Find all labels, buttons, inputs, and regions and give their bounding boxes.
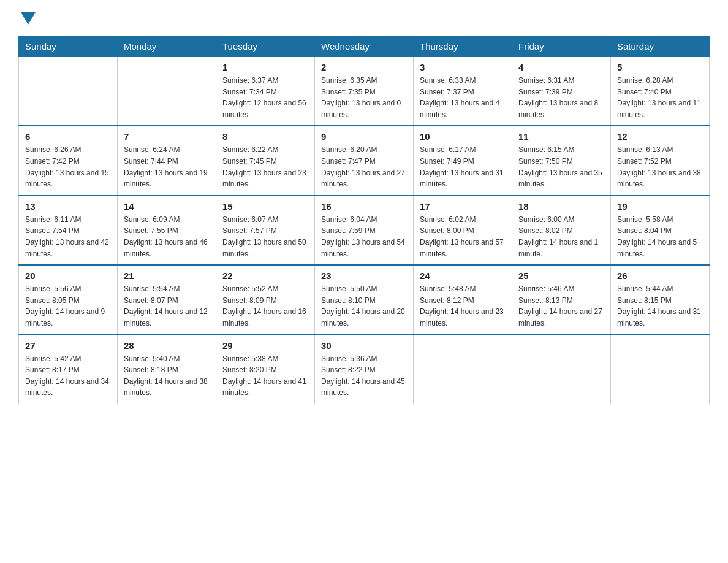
day-number: 17: [420, 201, 506, 212]
day-info: Sunrise: 5:40 AMSunset: 8:18 PMDaylight:…: [124, 353, 210, 399]
day-info: Sunrise: 5:56 AMSunset: 8:05 PMDaylight:…: [25, 283, 111, 329]
day-number: 7: [124, 131, 210, 142]
calendar-cell: 29Sunrise: 5:38 AMSunset: 8:20 PMDayligh…: [216, 335, 315, 404]
day-info: Sunrise: 6:24 AMSunset: 7:44 PMDaylight:…: [124, 144, 210, 190]
day-info: Sunrise: 6:15 AMSunset: 7:50 PMDaylight:…: [518, 144, 604, 190]
calendar-cell: 17Sunrise: 6:02 AMSunset: 8:00 PMDayligh…: [414, 196, 512, 265]
header-saturday: Saturday: [611, 36, 710, 57]
day-info: Sunrise: 6:35 AMSunset: 7:35 PMDaylight:…: [321, 75, 407, 120]
calendar-cell: 6Sunrise: 6:26 AMSunset: 7:42 PMDaylight…: [19, 126, 118, 195]
day-number: 12: [617, 131, 703, 142]
calendar-cell: [414, 335, 512, 404]
day-info: Sunrise: 6:20 AMSunset: 7:47 PMDaylight:…: [321, 144, 407, 190]
day-info: Sunrise: 5:38 AMSunset: 8:20 PMDaylight:…: [222, 353, 308, 399]
day-number: 26: [617, 270, 703, 281]
calendar-cell: 20Sunrise: 5:56 AMSunset: 8:05 PMDayligh…: [19, 265, 118, 334]
day-number: 27: [25, 340, 111, 351]
calendar-cell: 3Sunrise: 6:33 AMSunset: 7:37 PMDaylight…: [414, 57, 512, 126]
day-info: Sunrise: 6:26 AMSunset: 7:42 PMDaylight:…: [25, 144, 111, 190]
day-info: Sunrise: 5:54 AMSunset: 8:07 PMDaylight:…: [124, 283, 210, 329]
calendar-cell: [611, 335, 710, 404]
day-info: Sunrise: 5:48 AMSunset: 8:12 PMDaylight:…: [420, 283, 506, 329]
calendar-cell: [118, 57, 216, 126]
day-number: 18: [518, 201, 604, 212]
calendar-cell: 2Sunrise: 6:35 AMSunset: 7:35 PMDaylight…: [315, 57, 414, 126]
header-friday: Friday: [512, 36, 611, 57]
header-tuesday: Tuesday: [216, 36, 315, 57]
day-number: 28: [124, 340, 210, 351]
calendar-cell: 27Sunrise: 5:42 AMSunset: 8:17 PMDayligh…: [19, 335, 118, 404]
day-info: Sunrise: 6:04 AMSunset: 7:59 PMDaylight:…: [321, 214, 407, 259]
calendar-cell: 9Sunrise: 6:20 AMSunset: 7:47 PMDaylight…: [315, 126, 414, 195]
day-info: Sunrise: 6:00 AMSunset: 8:02 PMDaylight:…: [518, 214, 604, 259]
calendar-cell: 12Sunrise: 6:13 AMSunset: 7:52 PMDayligh…: [611, 126, 710, 195]
calendar-cell: 26Sunrise: 5:44 AMSunset: 8:15 PMDayligh…: [611, 265, 710, 334]
calendar-cell: 14Sunrise: 6:09 AMSunset: 7:55 PMDayligh…: [118, 196, 216, 265]
calendar-cell: 5Sunrise: 6:28 AMSunset: 7:40 PMDaylight…: [611, 57, 710, 126]
calendar-cell: 28Sunrise: 5:40 AMSunset: 8:18 PMDayligh…: [118, 335, 216, 404]
header-sunday: Sunday: [19, 36, 118, 57]
day-number: 23: [321, 270, 407, 281]
calendar-cell: 8Sunrise: 6:22 AMSunset: 7:45 PMDaylight…: [216, 126, 315, 195]
logo-text: [18, 12, 38, 25]
day-info: Sunrise: 6:28 AMSunset: 7:40 PMDaylight:…: [617, 75, 703, 120]
calendar-cell: 15Sunrise: 6:07 AMSunset: 7:57 PMDayligh…: [216, 196, 315, 265]
day-number: 6: [25, 131, 111, 142]
day-info: Sunrise: 6:11 AMSunset: 7:54 PMDaylight:…: [25, 214, 111, 259]
day-number: 14: [124, 201, 210, 212]
day-number: 4: [518, 62, 604, 72]
day-number: 10: [420, 131, 506, 142]
day-number: 5: [617, 62, 703, 72]
calendar-cell: 22Sunrise: 5:52 AMSunset: 8:09 PMDayligh…: [216, 265, 315, 334]
header-monday: Monday: [118, 36, 216, 57]
calendar-cell: 10Sunrise: 6:17 AMSunset: 7:49 PMDayligh…: [414, 126, 512, 195]
calendar-week-row: 27Sunrise: 5:42 AMSunset: 8:17 PMDayligh…: [19, 335, 710, 404]
calendar-week-row: 1Sunrise: 6:37 AMSunset: 7:34 PMDaylight…: [19, 57, 710, 126]
day-info: Sunrise: 6:07 AMSunset: 7:57 PMDaylight:…: [222, 214, 308, 259]
day-info: Sunrise: 6:33 AMSunset: 7:37 PMDaylight:…: [420, 75, 506, 120]
logo: [18, 12, 38, 25]
day-info: Sunrise: 6:22 AMSunset: 7:45 PMDaylight:…: [222, 144, 308, 190]
calendar-cell: 4Sunrise: 6:31 AMSunset: 7:39 PMDaylight…: [512, 57, 611, 126]
day-number: 15: [222, 201, 308, 212]
day-info: Sunrise: 5:42 AMSunset: 8:17 PMDaylight:…: [25, 353, 111, 399]
day-number: 1: [222, 62, 308, 72]
day-number: 3: [420, 62, 506, 72]
calendar-week-row: 20Sunrise: 5:56 AMSunset: 8:05 PMDayligh…: [19, 265, 710, 334]
day-info: Sunrise: 5:58 AMSunset: 8:04 PMDaylight:…: [617, 214, 703, 259]
day-info: Sunrise: 6:02 AMSunset: 8:00 PMDaylight:…: [420, 214, 506, 259]
day-number: 30: [321, 340, 407, 351]
calendar-cell: 13Sunrise: 6:11 AMSunset: 7:54 PMDayligh…: [19, 196, 118, 265]
calendar-cell: 11Sunrise: 6:15 AMSunset: 7:50 PMDayligh…: [512, 126, 611, 195]
calendar-cell: 18Sunrise: 6:00 AMSunset: 8:02 PMDayligh…: [512, 196, 611, 265]
day-number: 9: [321, 131, 407, 142]
header-thursday: Thursday: [414, 36, 512, 57]
day-info: Sunrise: 5:52 AMSunset: 8:09 PMDaylight:…: [222, 283, 308, 329]
day-number: 13: [25, 201, 111, 212]
calendar-cell: 1Sunrise: 6:37 AMSunset: 7:34 PMDaylight…: [216, 57, 315, 126]
day-number: 11: [518, 131, 604, 142]
day-number: 2: [321, 62, 407, 72]
day-info: Sunrise: 5:44 AMSunset: 8:15 PMDaylight:…: [617, 283, 703, 329]
day-number: 16: [321, 201, 407, 212]
day-info: Sunrise: 6:31 AMSunset: 7:39 PMDaylight:…: [518, 75, 604, 120]
day-number: 25: [518, 270, 604, 281]
day-number: 24: [420, 270, 506, 281]
calendar-cell: 16Sunrise: 6:04 AMSunset: 7:59 PMDayligh…: [315, 196, 414, 265]
calendar-cell: 30Sunrise: 5:36 AMSunset: 8:22 PMDayligh…: [315, 335, 414, 404]
calendar-cell: 25Sunrise: 5:46 AMSunset: 8:13 PMDayligh…: [512, 265, 611, 334]
logo-triangle-icon: [21, 12, 36, 25]
calendar-body: 1Sunrise: 6:37 AMSunset: 7:34 PMDaylight…: [19, 57, 710, 404]
calendar-cell: 7Sunrise: 6:24 AMSunset: 7:44 PMDaylight…: [118, 126, 216, 195]
calendar-cell: [512, 335, 611, 404]
day-info: Sunrise: 6:13 AMSunset: 7:52 PMDaylight:…: [617, 144, 703, 190]
calendar-cell: [19, 57, 118, 126]
page-header: [18, 12, 710, 25]
day-info: Sunrise: 5:50 AMSunset: 8:10 PMDaylight:…: [321, 283, 407, 329]
day-info: Sunrise: 5:46 AMSunset: 8:13 PMDaylight:…: [518, 283, 604, 329]
header-wednesday: Wednesday: [315, 36, 414, 57]
day-info: Sunrise: 5:36 AMSunset: 8:22 PMDaylight:…: [321, 353, 407, 399]
day-number: 19: [617, 201, 703, 212]
day-info: Sunrise: 6:17 AMSunset: 7:49 PMDaylight:…: [420, 144, 506, 190]
day-info: Sunrise: 6:37 AMSunset: 7:34 PMDaylight:…: [222, 75, 308, 120]
